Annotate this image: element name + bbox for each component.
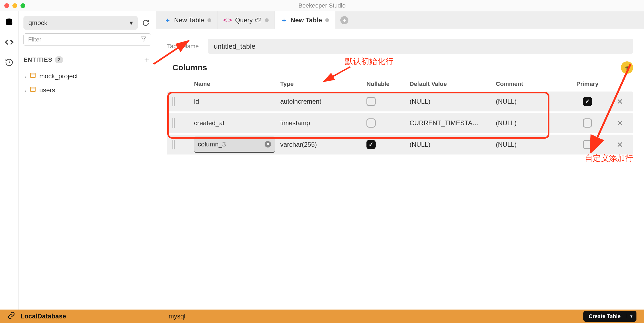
table-name-label: Table Name [167,43,199,50]
tab-new-table-active[interactable]: ＋ New Table [275,11,335,29]
comment-cell[interactable]: (NULL) [493,119,569,127]
code-icon: < > [223,17,232,24]
sidebar: qmock ▾ Filter ENTITIES 2 ＋ › mock_ [19,11,156,310]
column-row: id autoincrement (NULL) (NULL) ✕ [167,92,633,113]
col-header-name: Name [191,80,278,87]
tab-bar: ＋ New Table < > Query #2 ＋ New Table ＋ [156,11,644,29]
column-name-cell[interactable]: created_at [191,119,278,127]
primary-checkbox[interactable] [569,97,606,106]
chevron-down-icon[interactable]: ▼ [626,314,636,318]
default-value-cell[interactable]: (NULL) [407,98,493,105]
default-value-cell[interactable]: (NULL) [407,141,493,148]
entity-name: mock_project [39,72,78,80]
table-editor: Table Name untitled_table Columns ＋ Name… [156,29,644,310]
column-type-cell[interactable]: varchar(255) [278,141,364,148]
entity-name: users [39,86,55,94]
content-area: ＋ New Table < > Query #2 ＋ New Table ＋ T… [156,11,644,310]
table-icon [30,86,36,94]
columns-table: Name Type Nullable Default Value Comment… [167,76,633,156]
window-titlebar: Beekeeper Studio [0,0,644,11]
nav-rail [0,11,19,310]
columns-heading: Columns [167,63,207,72]
table-name-value: untitled_table [214,42,255,51]
connection-name[interactable]: LocalDatabase [20,313,66,320]
plus-icon: ＋ [164,16,171,24]
column-name-input[interactable]: column_3 ✕ [194,136,275,153]
connection-icon [8,312,15,321]
clear-input-button[interactable]: ✕ [265,141,271,148]
entity-item[interactable]: › mock_project [23,70,151,82]
nullable-checkbox[interactable] [364,118,407,128]
table-icon [30,72,36,80]
code-icon[interactable] [5,37,14,47]
drag-handle[interactable] [172,118,191,128]
history-icon[interactable] [5,58,14,67]
column-row: created_at timestamp CURRENT_TIMESTA… (N… [167,113,633,135]
col-header-primary: Primary [569,80,606,87]
db-type-label: mysql [168,313,185,320]
columns-header-row: Name Type Nullable Default Value Comment… [167,76,633,92]
tab-dirty-dot [207,18,211,22]
delete-column-button[interactable]: ✕ [606,118,633,128]
chevron-right-icon: › [25,87,26,93]
table-name-input[interactable]: untitled_table [208,39,633,54]
default-value-cell[interactable]: CURRENT_TIMESTA… [407,119,493,127]
create-table-button[interactable]: Create Table ▼ [583,311,636,322]
tab-label: New Table [174,16,204,24]
entity-list: › mock_project › users [23,70,151,96]
status-bar: LocalDatabase mysql Create Table ▼ [0,310,644,323]
tab-label: New Table [290,16,322,24]
create-table-label: Create Table [583,313,626,320]
plus-icon: ＋ [281,16,287,24]
comment-cell[interactable]: (NULL) [493,141,569,148]
nullable-checkbox[interactable] [364,97,407,106]
filter-placeholder: Filter [28,36,41,43]
tab-dirty-dot [325,18,329,22]
new-tab-button[interactable]: ＋ [339,11,350,29]
filter-icon [141,36,147,43]
database-selector-value: qmock [28,19,47,27]
comment-cell[interactable]: (NULL) [493,98,569,105]
entity-item[interactable]: › users [23,84,151,96]
primary-checkbox[interactable] [569,118,606,128]
col-header-type: Type [278,80,364,87]
svg-rect-3 [30,73,35,78]
column-row: column_3 ✕ varchar(255) (NULL) (NULL) ✕ [167,135,633,156]
entities-heading-text: ENTITIES [23,56,52,63]
chevron-down-icon: ▾ [130,19,133,27]
tab-new-table-1[interactable]: ＋ New Table [158,11,217,29]
column-name-cell[interactable]: id [191,98,278,105]
window-controls [4,3,25,8]
database-selector[interactable]: qmock ▾ [23,16,138,30]
svg-marker-2 [141,37,146,41]
column-name-value: column_3 [198,141,226,148]
tab-query-2[interactable]: < > Query #2 [217,11,275,29]
delete-column-button[interactable]: ✕ [606,97,633,106]
entities-heading: ENTITIES 2 [23,56,63,63]
tab-label: Query #2 [235,16,262,24]
add-column-button[interactable]: ＋ [621,61,633,74]
window-minimize-button[interactable] [12,3,17,8]
refresh-button[interactable] [140,17,151,28]
filter-input[interactable]: Filter [23,33,151,46]
column-name-cell[interactable]: column_3 ✕ [191,136,278,153]
column-type-cell[interactable]: timestamp [278,119,364,127]
col-header-comment: Comment [493,80,569,87]
svg-rect-6 [30,87,35,92]
plus-icon: ＋ [340,16,348,24]
entities-count-badge: 2 [55,56,63,63]
app-title: Beekeeper Studio [299,2,346,9]
svg-point-1 [6,18,12,20]
drag-handle[interactable] [172,140,191,149]
col-header-default: Default Value [407,80,493,87]
delete-column-button[interactable]: ✕ [606,140,633,149]
database-icon[interactable] [5,17,14,27]
nullable-checkbox[interactable] [364,140,407,149]
window-close-button[interactable] [4,3,9,8]
add-entity-button[interactable]: ＋ [143,54,151,66]
drag-handle[interactable] [172,97,191,106]
primary-checkbox[interactable] [569,140,606,149]
column-type-cell[interactable]: autoincrement [278,98,364,105]
window-maximize-button[interactable] [20,3,25,8]
tab-dirty-dot [265,18,269,22]
